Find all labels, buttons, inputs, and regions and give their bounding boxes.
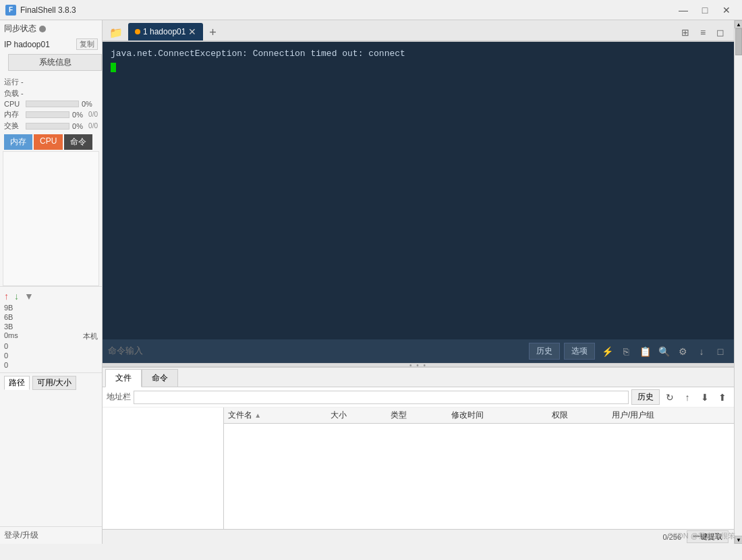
scrollbar-track (735, 28, 742, 536)
terminal-cursor (111, 63, 116, 72)
upload-arrow-icon: ↑ (4, 291, 9, 302)
tab-cpu[interactable]: CPU (34, 134, 63, 150)
local-panel (103, 408, 224, 529)
local-label: 本机 (83, 331, 98, 341)
title-bar: F FinalShell 3.8.3 — □ ✕ (0, 0, 742, 20)
network-section: ↑ ↓ ▼ 9B 6B 3B 0ms 本机 0 0 0 (0, 286, 102, 372)
refresh-button[interactable]: ↻ (662, 390, 677, 405)
col-modified[interactable]: 修改时间 (447, 408, 548, 424)
copy-content-button[interactable]: ⎘ (618, 343, 634, 360)
grid-view-button[interactable]: ⊞ (677, 24, 693, 40)
load-label: 负载 - (4, 88, 24, 99)
run-row: 运行 - (0, 76, 102, 88)
search-button[interactable]: 🔍 (656, 343, 672, 360)
fullscreen-button[interactable]: □ (712, 343, 729, 360)
network-arrows: ↑ ↓ ▼ (4, 289, 98, 303)
mem-bar-container (26, 111, 69, 118)
mem-fraction: 0/0 (88, 111, 98, 118)
net-val-2: 0 (4, 360, 98, 370)
cpu-stat-row: CPU 0% (0, 99, 102, 109)
scroll-down-btn[interactable]: ▼ (735, 536, 742, 544)
maximize-button[interactable]: □ (695, 3, 715, 17)
minimize-button[interactable]: — (673, 3, 693, 17)
col-filename[interactable]: 文件名 ▲ (224, 408, 326, 424)
path-tab[interactable]: 路径 (4, 376, 30, 390)
file-tab-cmd[interactable]: 命令 (142, 369, 178, 387)
scroll-down-button[interactable]: ↓ (693, 343, 710, 360)
net-upload-6b: 6B (4, 312, 98, 322)
status-right: 0/256 一键提取 (662, 530, 729, 543)
right-scrollbar: ▲ ▼ (734, 20, 742, 544)
net-val-0: 0 (4, 341, 98, 351)
app-icon: F (5, 5, 16, 16)
net-val-1: 0 (4, 351, 98, 360)
sync-dot (39, 26, 46, 32)
scrollbar-thumb[interactable] (735, 28, 742, 55)
load-row: 负载 - (0, 88, 102, 99)
content-area: 📁 1 hadoop01 ✕ + ⊞ ≡ ◻ java.net.ConnectE… (103, 20, 734, 544)
cmd-toolbar: ⚡ ⎘ 📋 🔍 ⚙ ↓ □ (599, 343, 729, 360)
terminal-line-1: java.net.ConnectException: Connection ti… (111, 47, 726, 61)
main-layout: 同步状态 IP hadoop01 复制 系统信息 运行 - 负载 - CPU 0… (0, 20, 742, 544)
latency-value: 0ms (4, 331, 18, 341)
login-label[interactable]: 登录/升级 (4, 530, 38, 540)
file-panel: 文件 命令 地址栏 历史 ↻ ↑ ⬇ ⬆ (103, 367, 734, 529)
sync-status-row: 同步状态 (0, 20, 102, 37)
options-button[interactable]: 选项 (564, 343, 595, 360)
copy-ip-button[interactable]: 复制 (76, 38, 98, 50)
terminal-cursor-line (111, 61, 726, 74)
file-tabs: 文件 命令 (103, 368, 734, 387)
scroll-up-btn[interactable]: ▲ (735, 20, 742, 28)
table-header-row: 文件名 ▲ 大小 类型 修改时间 权限 用户/用户组 (224, 408, 734, 424)
col-permissions[interactable]: 权限 (548, 408, 608, 424)
swap-label: 交换 (4, 121, 23, 131)
net-stat-header: 0ms 本机 (4, 331, 98, 341)
sidebar: 同步状态 IP hadoop01 复制 系统信息 运行 - 负载 - CPU 0… (0, 20, 103, 544)
upload-button[interactable]: ⬆ (715, 390, 730, 405)
history-button[interactable]: 历史 (529, 343, 560, 360)
col-user[interactable]: 用户/用户组 (608, 408, 734, 424)
window-controls: — □ ✕ (673, 3, 737, 17)
session-tab[interactable]: 1 hadoop01 ✕ (128, 23, 203, 40)
file-table: 文件名 ▲ 大小 类型 修改时间 权限 用户/用户组 (224, 408, 734, 424)
net-upload-9b: 9B (4, 303, 98, 312)
tab-command[interactable]: 命令 (64, 134, 92, 150)
terminal[interactable]: java.net.ConnectException: Connection ti… (103, 42, 734, 339)
list-view-button[interactable]: ≡ (695, 24, 711, 40)
window-view-button[interactable]: ◻ (712, 24, 729, 40)
file-tab-files[interactable]: 文件 (105, 369, 142, 387)
file-list-container: 文件名 ▲ 大小 类型 修改时间 权限 用户/用户组 (103, 408, 734, 529)
ip-label: IP hadoop01 (4, 40, 50, 49)
addr-input[interactable] (134, 391, 629, 404)
cmd-input-bar: 历史 选项 ⚡ ⎘ 📋 🔍 ⚙ ↓ □ (103, 339, 734, 363)
cpu-value: 0% (82, 100, 98, 108)
lightning-button[interactable]: ⚡ (599, 343, 615, 360)
paste-button[interactable]: 📋 (637, 343, 653, 360)
nav-arrow-icon: ▼ (24, 291, 34, 302)
tab-bar: 📁 1 hadoop01 ✕ + ⊞ ≡ ◻ (103, 20, 734, 42)
mem-stat-row: 内存 0% 0/0 (0, 109, 102, 120)
tab-memory[interactable]: 内存 (4, 134, 32, 150)
swap-stat-row: 交换 0% 0/0 (0, 120, 102, 132)
tab-label: 1 hadoop01 (143, 27, 186, 36)
up-dir-button[interactable]: ↑ (680, 390, 695, 405)
status-bar: 0/256 一键提取 (103, 529, 734, 544)
col-type[interactable]: 类型 (387, 408, 447, 424)
file-history-button[interactable]: 历史 (631, 389, 660, 405)
swap-value: 0% (72, 122, 86, 130)
cmd-input-field[interactable] (108, 346, 525, 356)
login-section: 登录/升级 (0, 526, 102, 544)
sys-info-button[interactable]: 系统信息 (8, 54, 102, 71)
app-title: FinalShell 3.8.3 (20, 5, 76, 15)
tab-right-icons: ⊞ ≡ ◻ (677, 24, 729, 40)
mem-value: 0% (72, 111, 86, 119)
tab-close-button[interactable]: ✕ (188, 26, 196, 37)
settings-button[interactable]: ⚙ (675, 343, 691, 360)
size-tab[interactable]: 可用/大小 (32, 376, 76, 390)
folder-button[interactable]: 📁 (108, 24, 124, 40)
download-button[interactable]: ⬇ (697, 390, 712, 405)
one-key-button[interactable]: 一键提取 (687, 530, 729, 543)
close-button[interactable]: ✕ (716, 3, 737, 17)
add-tab-button[interactable]: + (204, 24, 221, 40)
col-size[interactable]: 大小 (326, 408, 387, 424)
